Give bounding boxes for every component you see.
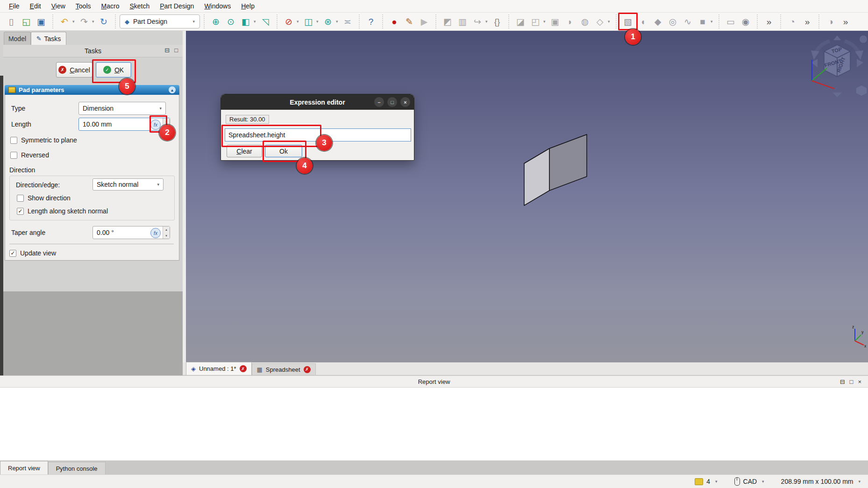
mdi-tab-document[interactable]: ◈Unnamed : 1*✗ <box>186 362 252 375</box>
toolbar-icon-expression-variables[interactable]: {} <box>490 14 505 28</box>
toolbar-icon-shape-binder[interactable]: ◗ <box>562 14 577 28</box>
menu-item-macro[interactable]: Macro <box>96 1 125 11</box>
chevron-down-icon[interactable]: ▾ <box>297 19 301 24</box>
length-along-checkbox-row[interactable]: ✓ Length along sketch normal <box>17 207 108 215</box>
toolbar-icon-whats-this[interactable]: ? <box>363 14 378 28</box>
chevron-down-icon[interactable]: ▾ <box>608 19 612 24</box>
menu-item-windows[interactable]: Windows <box>199 1 236 11</box>
toolbar-icon-open-file[interactable]: ◱ <box>19 14 34 28</box>
toolbar-icon-pocket[interactable]: ▭ <box>723 14 738 28</box>
toolbar-icon-view-cube[interactable]: ◫ <box>301 14 316 28</box>
toolbar-icon-create-part[interactable]: ◩ <box>440 14 455 28</box>
tab-close-icon[interactable]: ✗ <box>240 365 247 372</box>
toolbar-icon-axonometric-view[interactable]: ◹ <box>258 14 273 28</box>
toolbar-icon-create-sketch[interactable]: ◰ <box>528 14 543 28</box>
chevron-down-icon[interactable]: ▾ <box>543 19 548 24</box>
panel-detach-icon[interactable]: □ <box>174 47 178 54</box>
chevron-down-icon[interactable]: ▾ <box>762 479 764 484</box>
notifications-icon[interactable] <box>695 478 703 485</box>
spin-down-icon[interactable]: ▾ <box>163 233 170 239</box>
panel-split-icon[interactable]: ⊟ <box>840 378 845 385</box>
workbench-selector[interactable]: ◆Part Design▾ <box>120 14 200 28</box>
toolbar-icon-boolean-operation[interactable]: ◑ <box>823 14 838 28</box>
toolbar-icon-zoom-fit-all[interactable]: ⊕ <box>208 14 223 28</box>
chevron-down-icon[interactable]: ▾ <box>858 479 861 484</box>
navigation-cube[interactable]: TOP FRONT RIGHT <box>806 34 868 99</box>
spin-up-icon[interactable]: ▴ <box>163 226 170 233</box>
chevron-down-icon[interactable]: ▾ <box>92 19 96 24</box>
navigation-style[interactable]: CAD <box>743 478 757 485</box>
chevron-down-icon[interactable]: ▾ <box>711 19 715 24</box>
chevron-down-icon[interactable]: ▾ <box>336 19 340 24</box>
tab-tasks[interactable]: ✎ Tasks <box>31 32 66 45</box>
taper-spinner[interactable]: ▴ ▾ <box>163 226 170 239</box>
solid-box[interactable] <box>518 131 592 210</box>
show-direction-checkbox-row[interactable]: Show direction <box>17 194 71 202</box>
expression-editor-titlebar[interactable]: Expression editor – □ × <box>221 94 414 110</box>
toolbar-icon-measure[interactable]: ≍ <box>340 14 355 28</box>
panel-float-icon[interactable]: ⊟ <box>164 47 170 54</box>
menu-item-sketch[interactable]: Sketch <box>124 1 155 11</box>
toolbar-icon-undo[interactable]: ↶ <box>57 14 72 28</box>
toolbar-icon-hole[interactable]: ◉ <box>738 14 753 28</box>
panel-close-icon[interactable]: × <box>858 378 861 385</box>
toolbar-icon-additive-helix[interactable]: ∿ <box>680 14 695 28</box>
tab-report-view[interactable]: Report view <box>0 461 48 474</box>
toolbar-icon-additive-pipe[interactable]: ◎ <box>665 14 680 28</box>
toolbar-icon-zoom-view[interactable]: ⊛ <box>320 14 335 28</box>
toolbar-icon-save-file[interactable]: ▣ <box>34 14 49 28</box>
toolbar-icon-macro-play[interactable]: ▶ <box>417 14 432 28</box>
toolbar-icon-new-file[interactable]: ▯ <box>4 14 19 28</box>
panel-float-icon[interactable]: □ <box>850 378 854 385</box>
toolbar-icon-primitive-box[interactable]: ■ <box>695 14 710 28</box>
maximize-icon[interactable]: □ <box>387 97 397 107</box>
tab-close-icon[interactable]: ✗ <box>304 366 311 373</box>
toolbar-icon-create-group[interactable]: ▥ <box>455 14 470 28</box>
toolbar-icon-macro-record[interactable]: ● <box>387 14 402 28</box>
direction-edge-combobox[interactable]: Sketch normal ▾ <box>92 178 164 191</box>
toolbar-icon-overflow-2[interactable]: » <box>800 14 815 28</box>
toolbar-icon-fillet[interactable]: ◔ <box>785 14 800 28</box>
toolbar-icon-validate-sketch[interactable]: ▣ <box>548 14 562 28</box>
toolbar-icon-zoom-selection[interactable]: ⊙ <box>223 14 238 28</box>
toolbar-icon-make-link[interactable]: ↪ <box>470 14 485 28</box>
menu-item-help[interactable]: Help <box>236 1 260 11</box>
menu-item-part-design[interactable]: Part Design <box>155 1 199 11</box>
chevron-down-icon[interactable]: ▾ <box>72 19 77 24</box>
show-direction-checkbox[interactable] <box>17 195 24 202</box>
panel-splitter[interactable] <box>183 31 186 362</box>
close-icon[interactable]: × <box>400 97 410 107</box>
toolbar-icon-macro-edit[interactable]: ✎ <box>402 14 417 28</box>
tab-model[interactable]: Model <box>4 32 31 45</box>
toolbar-icon-refresh[interactable]: ↻ <box>96 14 111 28</box>
chevron-down-icon[interactable]: ▾ <box>715 479 718 484</box>
toolbar-icon-redo[interactable]: ↷ <box>77 14 92 28</box>
taper-expression-fx-icon[interactable]: fx <box>150 228 161 238</box>
symmetric-checkbox-row[interactable]: Symmetric to plane <box>10 136 77 144</box>
reversed-checkbox[interactable] <box>10 152 17 159</box>
taper-angle-input[interactable]: 0.00 ° fx ▴ ▾ <box>92 226 170 239</box>
menu-item-view[interactable]: View <box>46 1 71 11</box>
toolbar-icon-overflow-3[interactable]: » <box>838 14 853 28</box>
update-view-checkbox-row[interactable]: ✓ Update view <box>9 249 56 257</box>
chevron-down-icon[interactable]: ▾ <box>316 19 320 24</box>
toolbar-icon-additive-loft[interactable]: ◆ <box>650 14 665 28</box>
menu-item-tools[interactable]: Tools <box>71 1 96 11</box>
pad-parameters-header[interactable]: Pad parameters ▴ <box>5 85 179 95</box>
length-along-checkbox[interactable]: ✓ <box>17 208 24 215</box>
toolbar-icon-create-datum[interactable]: ◇ <box>592 14 607 28</box>
menu-item-file[interactable]: File <box>4 1 25 11</box>
chevron-down-icon[interactable]: ▾ <box>254 19 258 24</box>
chevron-down-icon[interactable]: ▾ <box>485 19 490 24</box>
type-combobox[interactable]: Dimension ▾ <box>78 102 166 115</box>
collapse-chevron-icon[interactable]: ▴ <box>169 86 176 93</box>
mdi-tab-spreadsheet[interactable]: ▦Spreadsheet✗ <box>252 363 316 375</box>
minimize-icon[interactable]: – <box>374 97 384 107</box>
tab-python-console[interactable]: Python console <box>48 462 106 474</box>
symmetric-checkbox[interactable] <box>10 137 17 144</box>
toolbar-icon-create-body[interactable]: ◪ <box>513 14 528 28</box>
update-view-checkbox[interactable]: ✓ <box>9 250 16 257</box>
menu-item-edit[interactable]: Edit <box>25 1 46 11</box>
toolbar-icon-overflow-1[interactable]: » <box>761 14 776 28</box>
3d-viewport[interactable]: TOP FRONT RIGHT z y x <box>186 31 868 362</box>
